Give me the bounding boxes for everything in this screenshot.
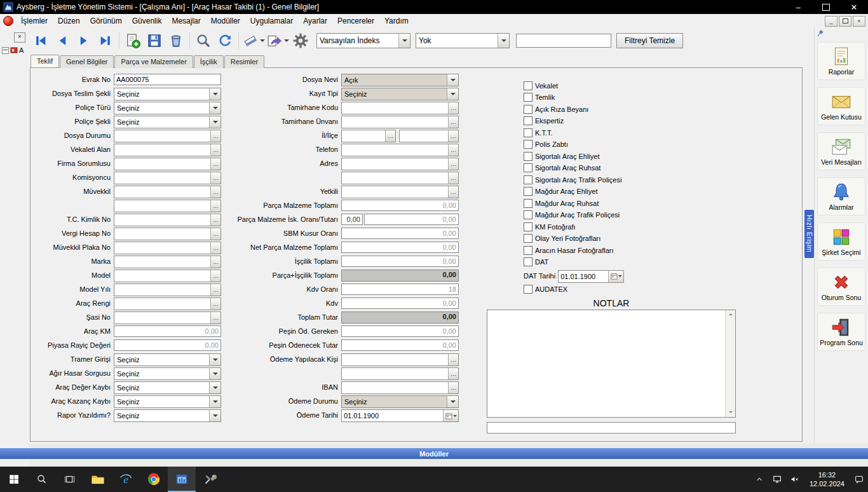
quick-access-tab[interactable]: Hızlı Erişim bbox=[804, 210, 814, 258]
chevron-down-icon[interactable] bbox=[209, 368, 220, 379]
lookup-input[interactable] bbox=[114, 214, 210, 226]
chevron-down-icon[interactable] bbox=[209, 116, 220, 128]
chevron-down-icon[interactable] bbox=[209, 396, 220, 407]
checkbox-row[interactable]: Aracın Hasar Fotoğrafları bbox=[524, 245, 736, 256]
checkbox[interactable] bbox=[524, 285, 532, 294]
lookup-input[interactable] bbox=[114, 186, 210, 198]
numeric-input[interactable] bbox=[341, 325, 459, 337]
checkbox-row[interactable]: Vekalet bbox=[524, 80, 736, 91]
lookup-button[interactable]: … bbox=[448, 102, 458, 114]
checkbox-row[interactable]: Sigortalı Araç Ruhsat bbox=[524, 163, 736, 174]
next-record-button[interactable] bbox=[73, 31, 95, 51]
tree-node-row[interactable]: A bbox=[0, 46, 29, 54]
tree-collapse-icon[interactable] bbox=[2, 47, 9, 54]
sidebar-item-raporlar[interactable]: Raporlar bbox=[817, 42, 865, 80]
lookup-input[interactable] bbox=[114, 172, 210, 184]
checkbox[interactable] bbox=[524, 246, 532, 255]
modules-bar[interactable]: Modüller bbox=[0, 448, 868, 459]
numeric-input[interactable] bbox=[341, 256, 459, 267]
menu-item[interactable]: İşlemler bbox=[16, 15, 53, 27]
lookup-button[interactable]: … bbox=[448, 368, 458, 379]
numeric-input[interactable] bbox=[341, 242, 459, 253]
checkbox-row[interactable]: KM Fotoğrafı bbox=[524, 221, 736, 232]
tab-3[interactable]: Parça ve Malzemeler bbox=[114, 55, 193, 68]
checkbox-row[interactable]: Ekspertiz bbox=[524, 116, 736, 126]
chevron-down-icon[interactable] bbox=[209, 382, 220, 393]
clear-filter-button[interactable]: Filtreyi Temizle bbox=[616, 33, 683, 48]
lookup-button[interactable]: … bbox=[385, 130, 395, 142]
lookup-input[interactable] bbox=[342, 130, 385, 142]
filter-type-dropdown[interactable]: Yok bbox=[416, 33, 510, 48]
dropdown[interactable]: Seçiniz bbox=[114, 367, 221, 380]
lookup-button[interactable]: … bbox=[210, 242, 220, 254]
sidebar-item-sirket-secimi[interactable]: Şirket Seçimi bbox=[817, 222, 865, 261]
numeric-input[interactable] bbox=[341, 339, 459, 351]
mdi-close-button[interactable]: × bbox=[853, 16, 865, 27]
lookup-button[interactable]: … bbox=[448, 144, 458, 156]
lookup-input[interactable] bbox=[342, 172, 448, 184]
clear-dropdown-caret[interactable] bbox=[259, 31, 266, 51]
dropdown[interactable]: Seçiniz bbox=[114, 381, 221, 394]
lookup-button[interactable]: … bbox=[448, 158, 458, 170]
lookup-button[interactable]: … bbox=[210, 312, 220, 324]
tray-expand-button[interactable] bbox=[750, 467, 768, 492]
chevron-down-icon[interactable] bbox=[209, 102, 220, 114]
lookup-input[interactable] bbox=[114, 298, 210, 310]
date-picker-button[interactable] bbox=[608, 271, 623, 282]
task-view-button[interactable] bbox=[56, 467, 84, 492]
checkbox-row[interactable]: Sigortalı Araç Ehliyet bbox=[524, 151, 736, 161]
mdi-minimize-button[interactable]: _ bbox=[825, 16, 837, 27]
lookup-button[interactable]: … bbox=[448, 382, 458, 393]
lookup-input[interactable] bbox=[342, 368, 448, 379]
menu-item[interactable]: Uygulamalar bbox=[245, 15, 298, 27]
dropdown[interactable]: Seçiniz bbox=[114, 409, 221, 422]
checkbox[interactable] bbox=[524, 163, 532, 172]
new-record-button[interactable] bbox=[122, 31, 144, 51]
lookup-input[interactable] bbox=[342, 158, 448, 170]
lookup-input[interactable] bbox=[114, 144, 210, 156]
lookup-input[interactable] bbox=[342, 186, 448, 198]
lookup-input[interactable] bbox=[342, 382, 448, 393]
lookup-input[interactable] bbox=[114, 312, 210, 324]
minimize-button[interactable]: – bbox=[784, 0, 812, 14]
clear-button[interactable] bbox=[241, 31, 259, 51]
internet-explorer-button[interactable]: e bbox=[112, 467, 140, 492]
chevron-down-icon[interactable] bbox=[447, 74, 458, 86]
maximize-button[interactable] bbox=[812, 0, 840, 14]
last-record-button[interactable] bbox=[95, 31, 116, 51]
sidebar-item-program-sonu[interactable]: Program Sonu bbox=[817, 313, 865, 351]
lookup-input[interactable] bbox=[114, 284, 210, 296]
volume-status-icon[interactable] bbox=[786, 467, 804, 492]
first-record-button[interactable] bbox=[30, 31, 51, 51]
chrome-button[interactable] bbox=[140, 467, 168, 492]
lookup-button[interactable]: … bbox=[210, 200, 220, 212]
pin-icon[interactable] bbox=[817, 29, 824, 37]
index-dropdown[interactable]: Varsayılan İndeks bbox=[316, 33, 410, 48]
sidebar-item-veri-mesajlari[interactable]: Veri Mesajları bbox=[817, 132, 865, 170]
dropdown[interactable]: Seçiniz bbox=[114, 353, 221, 366]
lookup-input[interactable] bbox=[342, 144, 448, 156]
lookup-input[interactable] bbox=[114, 256, 210, 268]
sidebar-item-gelen-kutusu[interactable]: Gelen Kutusu bbox=[817, 87, 865, 125]
lookup-input[interactable] bbox=[342, 116, 448, 128]
dropdown[interactable]: Seçiniz bbox=[114, 102, 221, 114]
menu-item[interactable]: Güvenlik bbox=[127, 15, 167, 27]
delete-button[interactable] bbox=[165, 31, 187, 51]
menu-item[interactable]: Ayarlar bbox=[298, 15, 332, 27]
lookup-input[interactable] bbox=[400, 130, 448, 142]
checkbox-row[interactable]: Mağdur Araç Ehliyet bbox=[524, 186, 736, 197]
checkbox[interactable] bbox=[524, 234, 532, 243]
numeric-input[interactable] bbox=[114, 339, 221, 351]
checkbox-row[interactable]: Mağdur Araç Trafik Poliçesi bbox=[524, 210, 736, 221]
lookup-button[interactable]: … bbox=[210, 214, 220, 226]
checkbox[interactable] bbox=[524, 81, 532, 90]
lookup-button[interactable]: … bbox=[210, 186, 220, 198]
lookup-button[interactable]: … bbox=[210, 130, 220, 142]
filter-input[interactable] bbox=[516, 34, 611, 48]
checkbox[interactable] bbox=[524, 257, 532, 266]
checkbox[interactable] bbox=[524, 210, 532, 219]
sidebar-item-alarmlar[interactable]: Alarmlar bbox=[817, 177, 865, 215]
checkbox-row[interactable]: Polis Zabtı bbox=[524, 139, 736, 150]
lookup-button[interactable]: … bbox=[448, 116, 458, 128]
numeric-input[interactable] bbox=[341, 297, 459, 309]
